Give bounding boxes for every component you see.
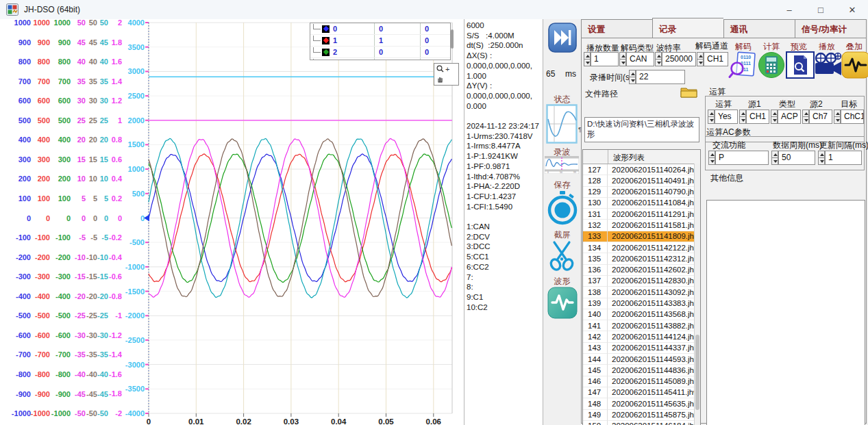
spinner-arrows-icon[interactable] <box>584 52 591 66</box>
other-info-box[interactable] <box>706 200 865 425</box>
plot-legend[interactable]: 0 0 0 1 1 0 2 0 0 3 0 0 <box>310 23 451 60</box>
spinner-arrows-icon[interactable] <box>834 110 841 124</box>
spinner-arrows-icon[interactable] <box>802 110 809 124</box>
record-time-spinner[interactable]: 22 <box>629 70 685 84</box>
legend-row[interactable]: 3 0 0 <box>310 58 450 60</box>
browse-folder-button[interactable] <box>680 85 698 99</box>
op-col-header: 源2 <box>810 99 823 110</box>
save-stopwatch-button[interactable] <box>547 190 578 226</box>
file-row[interactable]: 14920200620151145875.jhw <box>583 410 700 421</box>
svg-text:-900: -900 <box>16 390 31 398</box>
svg-text:-0.6: -0.6 <box>109 272 122 281</box>
op-type-spinner[interactable]: ACP <box>771 110 801 124</box>
decode-channel-spinner[interactable]: CH1 <box>697 52 728 66</box>
decode-button[interactable]: 0110 0111 011 <box>728 51 757 79</box>
file-row[interactable]: 13220200620151141581.jhw <box>583 220 700 231</box>
tab-2[interactable]: 通讯 <box>723 19 795 38</box>
svg-text:0.01: 0.01 <box>188 417 204 425</box>
file-row[interactable]: 14520200620151144836.jhw <box>583 365 700 376</box>
svg-text:100: 100 <box>58 194 71 203</box>
file-row[interactable]: 13020200620151141084.jhw <box>583 198 700 209</box>
spinner-arrows-icon[interactable] <box>739 110 746 124</box>
file-row[interactable]: 14320200620151144337.jhw <box>583 343 700 354</box>
svg-text:15: 15 <box>89 155 97 164</box>
svg-text:200: 200 <box>38 175 50 183</box>
file-list-scrollbar-thumb[interactable] <box>695 335 699 410</box>
legend-row[interactable]: 1 1 0 <box>310 35 450 47</box>
spinner-arrows-icon[interactable] <box>619 52 626 66</box>
svg-text:0: 0 <box>27 214 31 222</box>
calculate-button[interactable] <box>757 51 786 79</box>
pan-tool-button[interactable] <box>434 74 458 84</box>
spinner-arrows-icon[interactable] <box>771 151 778 165</box>
info-line: 1:CAN <box>467 222 543 232</box>
close-button[interactable]: ✕ <box>836 0 868 19</box>
spinner-arrows-icon[interactable] <box>708 151 715 165</box>
op-target-spinner[interactable]: ChC1 <box>834 110 864 124</box>
legend-row[interactable]: 2 0 0 <box>310 47 450 58</box>
file-row[interactable]: 14820200620151145635.jhw <box>583 398 700 409</box>
file-row[interactable]: 14420200620151144593.jhw <box>583 354 700 365</box>
file-row[interactable]: 14720200620151145411.jhw <box>583 387 700 398</box>
record-button[interactable]: 0 50 99 <box>545 156 579 174</box>
svg-text:3000: 3000 <box>128 67 145 75</box>
file-row[interactable]: 13320200620151141809.jhw <box>583 231 700 242</box>
fast-forward-button[interactable] <box>548 23 577 53</box>
file-row[interactable]: 13620200620151142602.jhw <box>583 265 700 276</box>
spinner-arrows-icon[interactable] <box>629 70 636 84</box>
file-path-box[interactable]: D:\快速访问资料\三相机录波波形 <box>584 117 699 142</box>
op-enable-spinner[interactable]: Yes <box>708 110 738 124</box>
spinner-arrows-icon[interactable] <box>771 110 778 124</box>
status-button[interactable] <box>546 104 578 144</box>
file-row[interactable]: 12820200620151140491.jhw <box>583 175 700 186</box>
file-row[interactable]: 14020200620151143568.jhw <box>583 309 700 320</box>
zoom-tool-button[interactable]: + <box>434 64 458 74</box>
file-row[interactable]: 13720200620151142830.jhw <box>583 276 700 287</box>
file-row[interactable]: 14620200620151145089.jhw <box>583 376 700 387</box>
op-source1-spinner[interactable]: CH1 <box>739 110 769 124</box>
tab-3[interactable]: 信号/功率计 <box>795 19 867 38</box>
info-line: 1-Ithd:4.7087% <box>467 172 543 182</box>
file-list-scrollbar[interactable] <box>694 164 700 425</box>
file-row[interactable]: 12720200620151140264.jhw <box>583 164 700 175</box>
file-row[interactable]: 13120200620151141291.jhw <box>583 209 700 220</box>
screenshot-scissors-button[interactable] <box>548 240 575 271</box>
file-row[interactable]: 13820200620151143092.jhw <box>583 287 700 298</box>
spinner-arrows-icon[interactable] <box>708 110 715 124</box>
play-button[interactable] <box>813 51 842 79</box>
svg-text:-45: -45 <box>75 390 86 398</box>
preview-button[interactable] <box>786 51 815 79</box>
svg-text:600: 600 <box>38 96 50 105</box>
update-interval-spinner[interactable]: 1 <box>818 151 862 165</box>
spinner-arrows-icon[interactable] <box>697 52 704 66</box>
tab-0[interactable]: 设置 <box>581 19 652 38</box>
data-period-spinner[interactable]: 50 <box>771 151 815 165</box>
spinner-arrows-icon[interactable] <box>655 52 662 66</box>
legend-row[interactable]: 0 0 0 <box>310 23 450 35</box>
ac-function-spinner[interactable]: P <box>708 151 769 165</box>
file-row[interactable]: 14220200620151144124.jhw <box>583 331 700 342</box>
file-row[interactable]: 13420200620151142122.jhw <box>583 242 700 253</box>
maximize-button[interactable]: □ <box>805 0 836 19</box>
waveform-plot[interactable]: 10009008007006005004003002001000-100-200… <box>0 19 464 425</box>
spinner-arrows-icon[interactable] <box>818 151 825 165</box>
op-source2-spinner[interactable]: Ch7 <box>802 110 832 124</box>
overlay-button[interactable] <box>841 51 868 79</box>
svg-text:600: 600 <box>58 96 71 105</box>
svg-text:300: 300 <box>58 155 71 164</box>
elapsed-time-unit: ms <box>565 69 576 79</box>
waveform-button[interactable] <box>547 287 578 319</box>
file-row[interactable]: 15020200620151146184.jhw <box>583 421 700 425</box>
decode-type-spinner[interactable]: CAN <box>619 52 654 66</box>
file-row[interactable]: 14120200620151143882.jhw <box>583 320 700 331</box>
play-count-spinner[interactable]: 1 <box>584 52 619 66</box>
info-line <box>467 211 543 222</box>
svg-text:-100: -100 <box>55 233 71 242</box>
file-row[interactable]: 13920200620151143383.jhw <box>583 298 700 309</box>
legend-scrollbar[interactable] <box>451 29 454 49</box>
minimize-button[interactable]: – <box>773 0 805 19</box>
file-row[interactable]: 13520200620151142312.jhw <box>583 253 700 264</box>
file-row[interactable]: 12920200620151140790.jhw <box>583 187 700 198</box>
baud-rate-spinner[interactable]: 250000 <box>655 52 696 66</box>
tab-1[interactable]: 记录 <box>652 18 723 38</box>
